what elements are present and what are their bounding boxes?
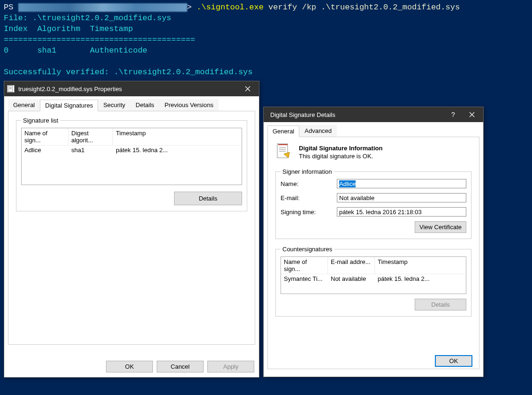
prompt-gt: > xyxy=(187,3,197,12)
file-icon xyxy=(7,85,15,93)
signature-row[interactable]: Adlice sha1 pátek 15. ledna 2... xyxy=(22,146,242,155)
signature-details-dialog: Digital Signature Details ? General Adva… xyxy=(263,107,484,377)
cancel-button[interactable]: Cancel xyxy=(157,361,204,372)
svg-rect-3 xyxy=(9,89,12,89)
tab-general[interactable]: General xyxy=(267,125,299,137)
tabs: General Digital Signatures Security Deta… xyxy=(8,99,255,111)
view-certificate-button[interactable]: View Certificate xyxy=(415,221,466,233)
countersig-row[interactable]: Symantec Ti... Not available pátek 15. l… xyxy=(281,274,466,283)
signing-time-field[interactable]: pátek 15. ledna 2016 21:18:03 xyxy=(337,207,466,217)
window-title: truesight2.0.2_modified.sys Properties xyxy=(18,85,238,93)
name-field[interactable]: Adlice xyxy=(337,179,466,188)
cmd-args: verify /kp .\truesight2.0.2_modified.sys xyxy=(264,3,460,12)
cs-details-button[interactable]: Details xyxy=(415,299,466,310)
tab-general[interactable]: General xyxy=(8,99,40,111)
out-hdr: Index Algorithm Timestamp xyxy=(4,24,133,33)
signer-info-label: Signer information xyxy=(281,168,334,175)
email-value: Not available xyxy=(339,194,374,201)
svg-rect-2 xyxy=(9,88,12,88)
signing-time-label: Signing time: xyxy=(281,209,337,216)
svg-rect-1 xyxy=(9,87,12,88)
signature-list-label: Signature list xyxy=(21,117,60,124)
tab-panel: Digital Signature Information This digit… xyxy=(267,137,479,369)
cell-name: Adlice xyxy=(22,146,68,155)
tab-panel: Signature list Name of sign... Digest al… xyxy=(8,111,255,345)
cell-digest: sha1 xyxy=(68,146,113,155)
info-message: This digital signature is OK. xyxy=(299,153,382,160)
col-timestamp[interactable]: Timestamp xyxy=(113,128,242,145)
ok-button[interactable]: OK xyxy=(435,355,472,367)
signature-info: Digital Signature Information This digit… xyxy=(275,143,471,162)
tab-digital-signatures[interactable]: Digital Signatures xyxy=(40,100,98,111)
info-heading: Digital Signature Information xyxy=(299,145,382,152)
countersignatures-label: Countersignatures xyxy=(281,246,334,253)
cell-timestamp: pátek 15. ledna 2... xyxy=(113,146,242,155)
help-button[interactable]: ? xyxy=(444,108,463,122)
window-title: Digital Signature Details xyxy=(266,111,444,118)
blurred-path xyxy=(18,3,187,12)
certificate-icon xyxy=(275,143,292,162)
ok-button[interactable]: OK xyxy=(106,361,153,372)
apply-button[interactable]: Apply xyxy=(207,361,254,372)
email-field[interactable]: Not available xyxy=(337,193,466,202)
col-name[interactable]: Name of sign... xyxy=(22,128,68,145)
cell-name: Symantec Ti... xyxy=(281,274,328,283)
tab-previous-versions[interactable]: Previous Versions xyxy=(160,99,219,111)
signer-info-group: Signer information Name: Adlice E-mail: … xyxy=(275,168,471,239)
out-sep: ======================================== xyxy=(4,35,195,44)
cell-email: Not available xyxy=(328,274,375,283)
out-file: File: .\truesight2.0.2_modified.sys xyxy=(4,14,171,23)
dialog-buttons: OK Cancel Apply xyxy=(106,361,254,372)
name-value: Adlice xyxy=(339,180,356,187)
titlebar[interactable]: truesight2.0.2_modified.sys Properties xyxy=(4,81,259,96)
col-digest[interactable]: Digest algorit... xyxy=(68,128,113,145)
signing-time-value: pátek 15. ledna 2016 21:18:03 xyxy=(339,209,422,216)
col-name[interactable]: Name of sign... xyxy=(281,257,328,274)
col-timestamp[interactable]: Timestamp xyxy=(375,257,466,274)
col-email[interactable]: E-mail addre... xyxy=(328,257,375,274)
name-label: Name: xyxy=(281,180,337,187)
powershell-terminal: PS > .\signtool.exe verify /kp .\truesig… xyxy=(0,0,532,79)
cell-timestamp: pátek 15. ledna 2... xyxy=(375,274,466,283)
properties-dialog: truesight2.0.2_modified.sys Properties G… xyxy=(4,81,259,378)
tabs: General Advanced xyxy=(267,125,479,137)
details-button[interactable]: Details xyxy=(174,192,242,205)
email-label: E-mail: xyxy=(281,194,337,201)
close-button[interactable] xyxy=(463,108,481,122)
signature-list-group: Signature list Name of sign... Digest al… xyxy=(16,117,247,211)
countersignatures-listview[interactable]: Name of sign... E-mail addre... Timestam… xyxy=(281,256,466,294)
tab-details[interactable]: Details xyxy=(130,99,160,111)
prompt-ps: PS xyxy=(4,3,18,12)
titlebar[interactable]: Digital Signature Details ? xyxy=(264,107,483,122)
tab-security[interactable]: Security xyxy=(98,99,130,111)
out-row: 0 sha1 Authenticode xyxy=(4,46,147,55)
signature-listview[interactable]: Name of sign... Digest algorit... Timest… xyxy=(21,128,242,185)
tab-advanced[interactable]: Advanced xyxy=(299,125,337,137)
countersignatures-group: Countersignatures Name of sign... E-mail… xyxy=(275,246,471,317)
cmd: .\signtool.exe xyxy=(197,3,264,12)
close-button[interactable] xyxy=(238,82,257,96)
out-ok: Successfully verified: .\truesight2.0.2_… xyxy=(4,68,253,77)
